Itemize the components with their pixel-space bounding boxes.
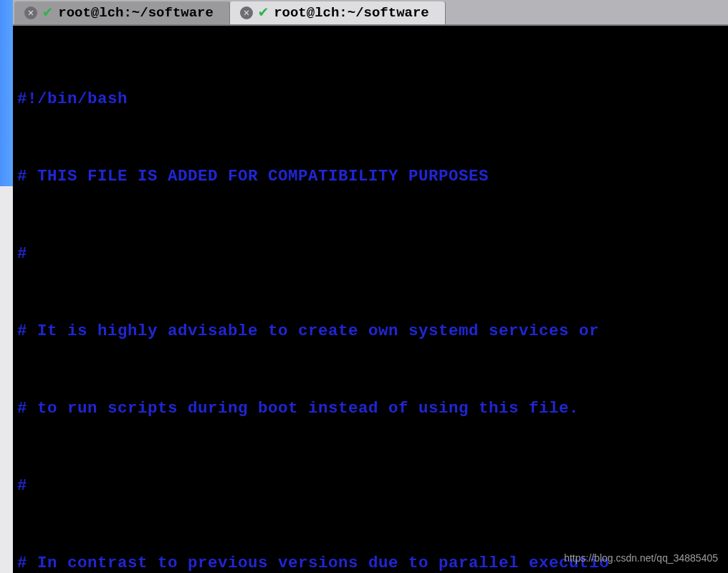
editor-line: # xyxy=(17,244,27,263)
watermark-text: https://blog.csdn.net/qq_34885405 xyxy=(564,550,718,566)
check-icon: ✔ xyxy=(43,5,52,21)
tab-terminal-2[interactable]: ✕ ✔ root@lch:~/software xyxy=(230,1,446,24)
editor-line: # to run scripts during boot instead of … xyxy=(17,399,579,418)
window-left-strip xyxy=(0,0,13,573)
sidebar-neutral xyxy=(0,186,13,573)
tab-label: root@lch:~/software xyxy=(58,5,214,21)
terminal-editor[interactable]: #!/bin/bash # THIS FILE IS ADDED FOR COM… xyxy=(13,26,728,573)
main-area: ✕ ✔ root@lch:~/software ✕ ✔ root@lch:~/s… xyxy=(13,0,728,573)
editor-line: # xyxy=(17,476,27,495)
editor-line: # In contrast to previous versions due t… xyxy=(17,554,609,572)
tab-terminal-1[interactable]: ✕ ✔ root@lch:~/software xyxy=(14,1,230,24)
close-icon[interactable]: ✕ xyxy=(24,6,37,19)
tab-label: root@lch:~/software xyxy=(274,5,429,21)
tab-bar: ✕ ✔ root@lch:~/software ✕ ✔ root@lch:~/s… xyxy=(13,0,728,26)
check-icon: ✔ xyxy=(259,5,268,21)
sidebar-accent xyxy=(0,0,13,186)
editor-line: # THIS FILE IS ADDED FOR COMPATIBILITY P… xyxy=(17,167,489,186)
close-icon[interactable]: ✕ xyxy=(240,6,253,19)
editor-line: # It is highly advisable to create own s… xyxy=(17,322,609,340)
editor-line: #!/bin/bash xyxy=(17,90,128,108)
